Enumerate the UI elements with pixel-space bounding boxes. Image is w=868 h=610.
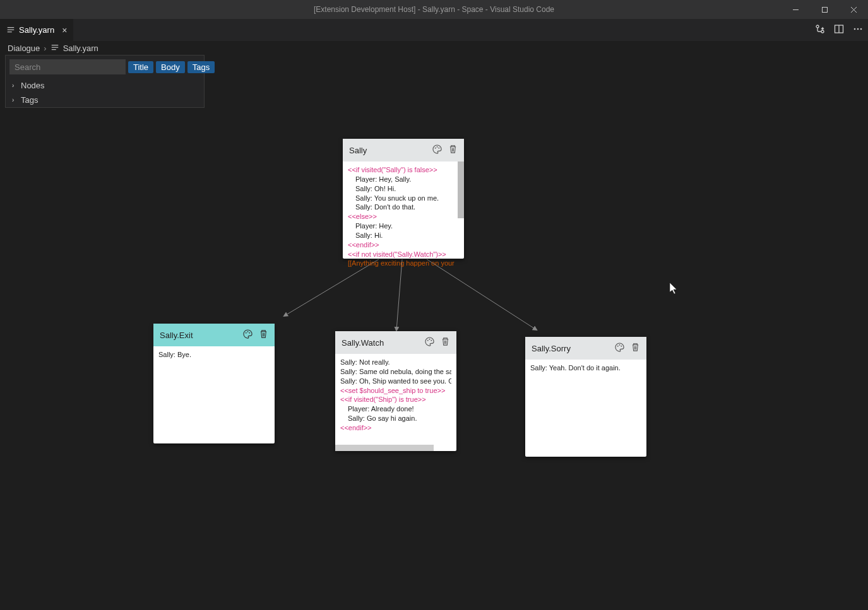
breadcrumb-file[interactable]: Sally.yarn bbox=[63, 44, 98, 53]
node-header[interactable]: Sally.Watch bbox=[335, 331, 456, 354]
window-controls bbox=[781, 0, 868, 19]
svg-point-29 bbox=[617, 346, 619, 347]
scrollbar-horizontal[interactable] bbox=[335, 445, 434, 451]
more-icon[interactable] bbox=[853, 24, 863, 37]
palette-icon[interactable] bbox=[425, 337, 434, 348]
svg-point-12 bbox=[857, 28, 859, 30]
side-panel: Title Body Tags › Nodes › Tags bbox=[5, 55, 205, 108]
close-window-button[interactable] bbox=[839, 0, 868, 19]
svg-point-13 bbox=[860, 28, 862, 30]
tree-label: Nodes bbox=[21, 81, 45, 90]
breadcrumb-folder[interactable]: Dialogue bbox=[8, 44, 40, 53]
chevron-right-icon: › bbox=[12, 97, 18, 103]
filter-title[interactable]: Title bbox=[128, 61, 153, 73]
svg-point-31 bbox=[621, 346, 622, 347]
window-title: [Extension Development Host] - Sally.yar… bbox=[314, 5, 554, 14]
node-body[interactable]: <<if visited("Sally") is false>>Player: … bbox=[343, 161, 464, 272]
file-icon bbox=[6, 26, 15, 35]
compare-icon[interactable] bbox=[815, 24, 825, 37]
svg-point-21 bbox=[437, 146, 438, 148]
svg-point-22 bbox=[438, 148, 439, 149]
node-body[interactable]: Sally: Not really.Sally: Same old nebula… bbox=[335, 354, 456, 451]
trash-icon[interactable] bbox=[631, 343, 640, 354]
search-row: Title Body Tags bbox=[6, 56, 204, 78]
svg-point-27 bbox=[429, 339, 431, 340]
svg-point-8 bbox=[821, 30, 824, 33]
chevron-right-icon: › bbox=[12, 82, 18, 89]
node-header[interactable]: Sally bbox=[343, 139, 464, 161]
tree-item-nodes[interactable]: › Nodes bbox=[6, 78, 204, 93]
node-title: Sally.Sorry bbox=[532, 344, 615, 353]
minimize-button[interactable] bbox=[781, 0, 810, 19]
tabbar-actions bbox=[815, 19, 863, 41]
mouse-cursor bbox=[670, 283, 680, 295]
tab-label: Sally.yarn bbox=[19, 25, 54, 35]
node-sally[interactable]: Sally <<if visited("Sally") is false>>Pl… bbox=[343, 139, 464, 259]
filter-body[interactable]: Body bbox=[156, 61, 185, 73]
tree-item-tags[interactable]: › Tags bbox=[6, 93, 204, 107]
node-title: Sally.Watch bbox=[342, 338, 425, 348]
chevron-right-icon: › bbox=[44, 44, 46, 53]
tree-label: Tags bbox=[21, 95, 38, 105]
svg-point-7 bbox=[816, 25, 819, 28]
svg-point-24 bbox=[247, 331, 249, 332]
maximize-button[interactable] bbox=[810, 0, 839, 19]
palette-icon[interactable] bbox=[243, 329, 253, 341]
svg-point-11 bbox=[854, 28, 856, 30]
split-editor-icon[interactable] bbox=[834, 24, 844, 37]
trash-icon[interactable] bbox=[441, 337, 450, 348]
search-input[interactable] bbox=[9, 59, 126, 74]
filter-tags[interactable]: Tags bbox=[187, 61, 215, 73]
close-icon[interactable]: × bbox=[62, 25, 67, 35]
tab-sally-yarn[interactable]: Sally.yarn × bbox=[0, 19, 73, 41]
node-body[interactable]: Sally: Yeah. Don't do it again. bbox=[525, 360, 646, 457]
titlebar: [Extension Development Host] - Sally.yar… bbox=[0, 0, 868, 19]
svg-point-20 bbox=[435, 148, 436, 149]
svg-point-23 bbox=[246, 332, 247, 334]
node-header[interactable]: Sally.Exit bbox=[153, 324, 275, 346]
node-sally-sorry[interactable]: Sally.Sorry Sally: Yeah. Don't do it aga… bbox=[525, 337, 646, 457]
palette-icon[interactable] bbox=[432, 144, 442, 156]
svg-point-30 bbox=[619, 344, 621, 346]
trash-icon[interactable] bbox=[448, 144, 458, 156]
node-body[interactable]: Sally: Bye. bbox=[153, 346, 275, 443]
breadcrumb[interactable]: Dialogue › Sally.yarn bbox=[0, 41, 868, 55]
node-header[interactable]: Sally.Sorry bbox=[525, 337, 646, 360]
trash-icon[interactable] bbox=[259, 329, 268, 341]
node-title: Sally.Exit bbox=[160, 331, 243, 340]
svg-point-28 bbox=[431, 340, 432, 341]
node-title: Sally bbox=[349, 146, 432, 155]
tabbar: Sally.yarn × bbox=[0, 19, 868, 41]
palette-icon[interactable] bbox=[615, 343, 624, 354]
file-icon bbox=[51, 44, 59, 52]
svg-point-25 bbox=[249, 332, 250, 334]
node-sally-exit[interactable]: Sally.Exit Sally: Bye. bbox=[153, 324, 275, 443]
node-sally-watch[interactable]: Sally.Watch Sally: Not really.Sally: Sam… bbox=[335, 331, 456, 451]
svg-point-26 bbox=[427, 340, 429, 341]
svg-rect-1 bbox=[822, 7, 827, 12]
